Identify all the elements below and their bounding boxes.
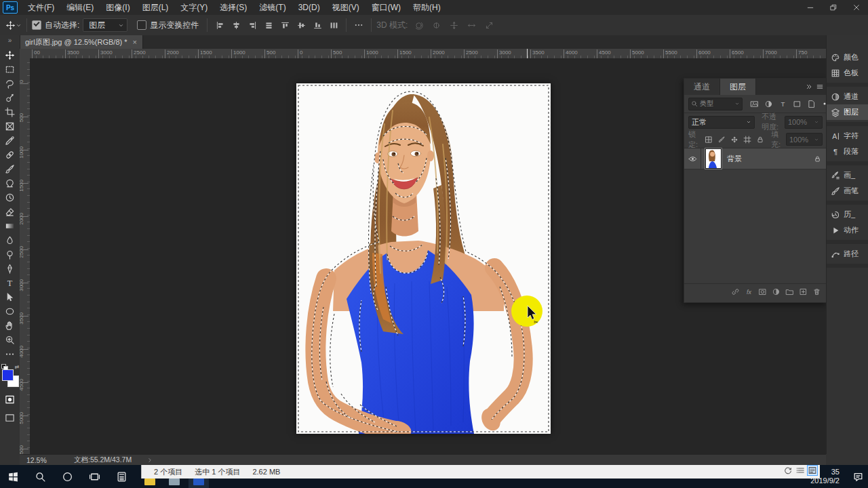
- brush-tool-button[interactable]: [1, 162, 19, 176]
- layer-filter-search[interactable]: 类型: [688, 98, 743, 110]
- zoom-level-field[interactable]: 12.5%: [26, 456, 62, 464]
- zoom-tool-button[interactable]: [1, 333, 19, 347]
- more-options-button[interactable]: [351, 18, 366, 33]
- orbit-3d-icon[interactable]: [411, 18, 426, 33]
- align-justify-icon[interactable]: [261, 18, 276, 33]
- scale-3d-icon[interactable]: [481, 18, 496, 33]
- group-icon[interactable]: [785, 287, 794, 296]
- blur-tool-button[interactable]: [1, 233, 19, 247]
- auto-select-dropdown[interactable]: 图层: [83, 18, 127, 32]
- smart-object-icon[interactable]: [805, 98, 818, 110]
- clone-tool-button[interactable]: [1, 176, 19, 190]
- taskbar-app-button[interactable]: [189, 479, 209, 488]
- document-tab[interactable]: girl原图.jpg @ 12.5%(RGB/8) * ×: [20, 35, 143, 49]
- calculator-button[interactable]: [108, 465, 134, 488]
- show-transform-checkbox[interactable]: [137, 20, 146, 30]
- action-center-button[interactable]: [852, 465, 864, 488]
- menu-item[interactable]: 滤镜(T): [253, 0, 292, 15]
- taskbar-app-button[interactable]: [140, 479, 160, 488]
- status-expand-icon[interactable]: [146, 457, 153, 464]
- distribute-icon[interactable]: [326, 18, 341, 33]
- align-right-icon[interactable]: [245, 18, 260, 33]
- crop-tool-button[interactable]: [1, 105, 19, 119]
- strip-item-画笔[interactable]: 画笔: [827, 183, 868, 199]
- swap-colors-icon[interactable]: ⇄: [15, 364, 20, 370]
- shape-tool-button[interactable]: [1, 304, 19, 319]
- adjustment-icon[interactable]: [762, 98, 775, 110]
- menu-item[interactable]: 视图(V): [326, 0, 366, 15]
- layer-visibility-toggle[interactable]: [684, 148, 701, 169]
- layer-row[interactable]: 背景: [684, 148, 827, 169]
- image-icon[interactable]: [748, 98, 761, 110]
- menu-item[interactable]: 3D(D): [292, 0, 326, 15]
- new-layer-icon[interactable]: [799, 287, 808, 296]
- eraser-tool-button[interactable]: [1, 205, 19, 219]
- align-left-icon[interactable]: [212, 18, 227, 33]
- frame-tool-button[interactable]: [1, 119, 19, 134]
- more-tools-button[interactable]: [1, 347, 19, 361]
- link-icon[interactable]: [731, 287, 740, 296]
- panel-tab-layers[interactable]: 图层: [720, 79, 756, 95]
- type-small-icon[interactable]: T: [776, 98, 789, 110]
- transparency-lock-icon[interactable]: [703, 134, 714, 146]
- fx-icon[interactable]: fx: [745, 287, 753, 296]
- sync-icon[interactable]: [783, 466, 793, 475]
- align-top-icon[interactable]: [277, 18, 292, 33]
- slide-3d-icon[interactable]: [464, 18, 479, 33]
- cortana-button[interactable]: [54, 465, 80, 488]
- align-bottom-icon[interactable]: [310, 18, 325, 33]
- foreground-color-swatch[interactable]: [2, 369, 14, 381]
- restore-button[interactable]: [822, 0, 845, 15]
- close-button[interactable]: [845, 0, 868, 15]
- color-swatches[interactable]: ⇄: [1, 367, 19, 388]
- strip-item-路径[interactable]: 路径: [827, 246, 868, 262]
- strip-item-段落[interactable]: ¶段落: [827, 144, 868, 159]
- menu-item[interactable]: 选择(S): [214, 0, 253, 15]
- move-tool-button[interactable]: [1, 48, 19, 62]
- list-view-icon[interactable]: [795, 466, 805, 475]
- menu-item[interactable]: 图层(L): [136, 0, 175, 15]
- fill-field[interactable]: 100%: [786, 133, 823, 146]
- align-middle-icon[interactable]: [294, 18, 309, 33]
- strip-item-字符[interactable]: A字符: [827, 128, 868, 144]
- current-tool-badge[interactable]: [5, 20, 22, 30]
- hand-tool-button[interactable]: [1, 319, 19, 333]
- close-tab-icon[interactable]: ×: [133, 38, 137, 46]
- photo-canvas[interactable]: ✂: [296, 83, 551, 434]
- lasso-tool-button[interactable]: [1, 77, 19, 91]
- strip-item-动作[interactable]: 动作: [827, 222, 868, 238]
- minimize-button[interactable]: [799, 0, 822, 15]
- pan-3d-icon[interactable]: [446, 18, 461, 33]
- position-lock-icon[interactable]: [729, 134, 740, 146]
- layer-thumbnail[interactable]: [705, 148, 722, 169]
- strip-item-通道[interactable]: 通道: [827, 89, 868, 104]
- artboard-lock-icon[interactable]: [742, 134, 753, 146]
- strip-item-历_[interactable]: 历_: [827, 207, 868, 222]
- blend-mode-dropdown[interactable]: 正常: [688, 116, 755, 129]
- gradient-tool-button[interactable]: [1, 219, 19, 233]
- menu-item[interactable]: 文件(F): [22, 0, 60, 15]
- menu-item[interactable]: 帮助(H): [407, 0, 447, 15]
- opacity-field[interactable]: 100%: [785, 116, 823, 129]
- panel-tab-channels[interactable]: 通道: [684, 79, 720, 95]
- adjustment-icon[interactable]: [772, 287, 781, 296]
- dodge-tool-button[interactable]: [1, 247, 19, 262]
- vertical-ruler[interactable]: 0500100015002000250030003500400045005000…: [20, 58, 31, 454]
- double-chevron-icon[interactable]: [805, 83, 813, 91]
- marquee-tool-button[interactable]: [1, 62, 19, 77]
- quickmask-button[interactable]: [1, 392, 19, 407]
- horizontal-ruler[interactable]: 0035003000250020001500100050005001000150…: [30, 49, 826, 59]
- search-button[interactable]: [27, 465, 53, 488]
- strip-item-色板[interactable]: 色板: [827, 65, 868, 81]
- history-brush-tool-button[interactable]: [1, 190, 19, 205]
- strip-item-画_[interactable]: 画_: [827, 167, 868, 183]
- taskbar-app-button[interactable]: [164, 479, 184, 488]
- lock-icon[interactable]: [755, 134, 766, 146]
- strip-item-图层[interactable]: 图层: [827, 104, 868, 120]
- menu-item[interactable]: 文字(Y): [174, 0, 214, 15]
- roll-3d-icon[interactable]: [429, 18, 443, 33]
- ruler-corner[interactable]: [20, 49, 31, 59]
- quick-selection-tool-button[interactable]: [1, 91, 19, 105]
- windows-start-button[interactable]: [0, 465, 26, 488]
- default-colors-icon[interactable]: [1, 364, 7, 369]
